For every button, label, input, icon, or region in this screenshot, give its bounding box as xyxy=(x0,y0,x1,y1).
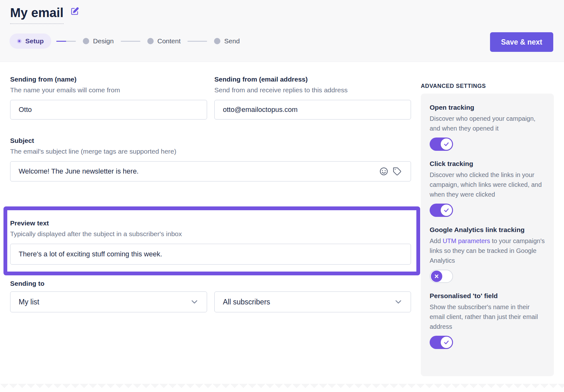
sending-from-name-label: Sending from (name) xyxy=(10,75,207,83)
campaign-stepper: Setup Design Content Send xyxy=(9,34,242,49)
preview-text-label: Preview text xyxy=(10,219,411,227)
preview-text-input[interactable] xyxy=(10,244,411,265)
step-design-label: Design xyxy=(93,37,113,45)
utm-parameters-link[interactable]: UTM parameters xyxy=(443,237,490,244)
click-tracking-section: Click tracking Discover who clicked the … xyxy=(430,159,545,217)
ga-tracking-title: Google Analytics link tracking xyxy=(430,225,545,234)
advanced-settings-panel: Open tracking Discover who opened your c… xyxy=(421,94,554,376)
sending-from-email-group: Sending from (email address) Send from a… xyxy=(214,75,411,119)
step-connector xyxy=(56,41,76,42)
step-send-dot xyxy=(214,38,220,44)
x-icon xyxy=(433,273,440,279)
personalised-to-toggle[interactable] xyxy=(430,336,453,349)
list-select-value: My list xyxy=(19,298,39,306)
subject-input[interactable] xyxy=(10,162,377,181)
sending-to-group: Sending to My list All subscribers xyxy=(10,279,411,312)
ga-tracking-desc: Add UTM parameters to your campaign's li… xyxy=(430,236,545,266)
sending-from-email-input[interactable] xyxy=(214,100,411,119)
edit-icon xyxy=(70,7,79,15)
check-icon xyxy=(443,141,450,147)
sending-to-selects: My list All subscribers xyxy=(10,291,411,312)
save-next-button[interactable]: Save & next xyxy=(490,32,553,52)
preview-text-highlight: Preview text Typically displayed after t… xyxy=(3,206,420,275)
step-setup-label: Setup xyxy=(25,37,44,45)
check-icon xyxy=(443,339,450,346)
list-select[interactable]: My list xyxy=(10,291,207,312)
chevron-down-icon xyxy=(394,297,403,307)
sending-to-label: Sending to xyxy=(10,279,411,288)
bottom-wave-decoration xyxy=(0,384,564,392)
page-header: My email Setup Design Content xyxy=(0,0,564,62)
step-connector xyxy=(121,41,140,42)
toggle-knob xyxy=(431,271,442,282)
open-tracking-toggle[interactable] xyxy=(430,138,453,151)
click-tracking-title: Click tracking xyxy=(430,159,545,168)
step-content-dot xyxy=(147,38,154,44)
sending-from-name-group: Sending from (name) The name your emails… xyxy=(10,75,207,119)
page-title: My email xyxy=(10,5,64,24)
ga-tracking-section: Google Analytics link tracking Add UTM p… xyxy=(430,225,545,283)
step-send[interactable]: Send xyxy=(212,34,242,49)
step-setup[interactable]: Setup xyxy=(9,34,51,49)
advanced-settings-heading: ADVANCED SETTINGS xyxy=(421,83,486,89)
segment-select-value: All subscribers xyxy=(223,298,270,306)
sending-from-name-helper: The name your emails will come from xyxy=(10,86,207,94)
step-content-label: Content xyxy=(157,37,181,45)
sending-from-email-helper: Send from and receive replies to this ad… xyxy=(214,86,411,94)
check-icon xyxy=(443,207,450,213)
open-tracking-section: Open tracking Discover who opened your c… xyxy=(430,103,545,151)
step-design-dot xyxy=(83,38,89,44)
toggle-knob xyxy=(441,205,452,216)
emoji-icon xyxy=(379,167,389,176)
personalised-to-desc: Show the subscriber's name in their emai… xyxy=(430,302,545,332)
click-tracking-desc: Discover who clicked the links in your c… xyxy=(430,170,545,199)
personalised-to-section: Personalised 'to' field Show the subscri… xyxy=(430,291,545,349)
toggle-knob xyxy=(441,337,452,348)
edit-title-button[interactable] xyxy=(70,5,79,15)
merge-tag-button[interactable] xyxy=(390,165,404,178)
personalised-to-title: Personalised 'to' field xyxy=(430,291,545,300)
step-send-label: Send xyxy=(224,37,240,45)
ga-desc-before: Add xyxy=(430,237,443,244)
step-content[interactable]: Content xyxy=(145,34,183,49)
open-tracking-desc: Discover who opened your campaign, and w… xyxy=(430,114,545,133)
chevron-down-icon xyxy=(190,297,199,307)
ga-tracking-toggle[interactable] xyxy=(430,270,453,283)
segment-select[interactable]: All subscribers xyxy=(214,291,411,312)
title-row: My email xyxy=(10,5,79,24)
merge-tag-icon xyxy=(392,167,402,176)
subject-input-wrap xyxy=(10,161,411,181)
subject-helper: The email's subject line (merge tags are… xyxy=(10,147,411,156)
step-design[interactable]: Design xyxy=(81,34,115,49)
preview-text-helper: Typically displayed after the subject in… xyxy=(10,230,411,238)
step-connector xyxy=(187,41,207,42)
preview-text-group: Preview text Typically displayed after t… xyxy=(10,219,411,265)
open-tracking-title: Open tracking xyxy=(430,103,545,112)
emoji-picker-button[interactable] xyxy=(377,165,390,178)
sending-from-name-input[interactable] xyxy=(10,100,207,119)
subject-label: Subject xyxy=(10,137,411,145)
toggle-knob xyxy=(441,138,452,150)
step-setup-dot xyxy=(17,39,21,43)
click-tracking-toggle[interactable] xyxy=(430,204,453,217)
sending-from-email-label: Sending from (email address) xyxy=(214,75,411,83)
subject-group: Subject The email's subject line (merge … xyxy=(10,137,411,181)
